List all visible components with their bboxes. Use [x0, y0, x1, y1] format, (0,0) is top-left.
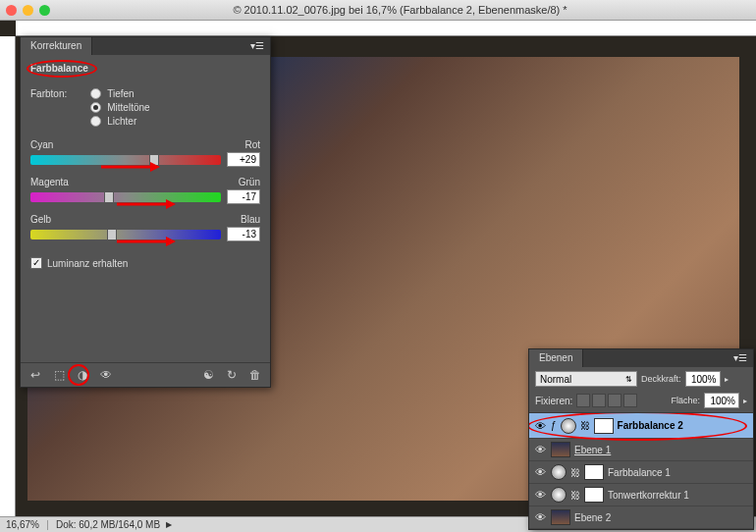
- panel-tabs: Korrekturen ▾☰: [21, 37, 270, 55]
- window-title: © 2010.11.02_0076.jpg bei 16,7% (Farbbal…: [50, 4, 750, 16]
- reset-icon[interactable]: ↻: [225, 368, 239, 382]
- layer-item[interactable]: 👁 ƒ ⛓ Farbbalance 2: [529, 413, 753, 439]
- expand-icon[interactable]: ⬚: [52, 368, 66, 382]
- chevron-updown-icon: ⇅: [625, 375, 632, 384]
- visibility-toggle-icon[interactable]: 👁: [533, 465, 547, 479]
- statusbar-menu-icon[interactable]: ▶: [166, 520, 172, 529]
- layer-mask-thumb[interactable]: [584, 464, 604, 480]
- link-chain-icon[interactable]: ⛓: [580, 420, 590, 431]
- blend-mode-select[interactable]: Normal⇅: [535, 371, 637, 387]
- slider-yb-track[interactable]: [30, 230, 221, 239]
- lock-transparency-icon[interactable]: [576, 394, 590, 407]
- lock-all-icon[interactable]: [623, 394, 637, 407]
- layer-thumb[interactable]: [551, 509, 570, 525]
- chevron-down-icon[interactable]: ▸: [725, 375, 729, 384]
- lock-pixels-icon[interactable]: [592, 394, 606, 407]
- adjustment-icon[interactable]: [551, 464, 567, 480]
- layer-item[interactable]: 👁 ⛓ Tonwertkorrektur 1: [529, 484, 753, 506]
- layer-item[interactable]: 👁 Ebene 2: [529, 506, 753, 529]
- slider-mg-track[interactable]: [30, 192, 221, 202]
- visibility-toggle-icon[interactable]: 👁: [533, 419, 547, 433]
- checkbox-icon[interactable]: [30, 257, 42, 269]
- chevron-down-icon[interactable]: ▸: [743, 397, 747, 405]
- doc-size: Dok: 60,2 MB/164,0 MB: [56, 519, 160, 530]
- adjustment-icon[interactable]: [561, 418, 576, 434]
- radio-lichter[interactable]: Lichter: [90, 116, 260, 127]
- trash-icon[interactable]: 🗑: [248, 368, 262, 382]
- zoom-icon[interactable]: [39, 5, 50, 16]
- panel-menu-icon[interactable]: ▾☰: [728, 349, 753, 367]
- visibility-toggle-icon[interactable]: 👁: [533, 488, 547, 502]
- eye-icon[interactable]: 👁: [99, 368, 113, 382]
- panel-menu-icon[interactable]: ▾☰: [244, 37, 270, 55]
- fill-input[interactable]: [704, 393, 739, 408]
- opacity-label: Deckkraft:: [641, 374, 681, 384]
- layer-item[interactable]: 👁 Ebene 1: [529, 439, 753, 461]
- slider-cr-track[interactable]: [30, 155, 221, 165]
- layer-item[interactable]: 👁 ⛓ Farbbalance 1: [529, 461, 753, 484]
- lock-label: Fixieren:: [535, 396, 572, 406]
- tone-label: Farbton:: [30, 88, 67, 128]
- slider-mg-thumb[interactable]: [104, 191, 114, 203]
- link-icon[interactable]: ƒ: [551, 420, 557, 431]
- link-chain-icon[interactable]: ⛓: [570, 490, 580, 501]
- tab-ebenen[interactable]: Ebenen: [529, 349, 583, 367]
- slider-mg-value[interactable]: [227, 189, 260, 204]
- visibility-toggle-icon[interactable]: 👁: [533, 510, 547, 524]
- ruler-vertical[interactable]: [0, 36, 16, 516]
- layer-mask-thumb[interactable]: [594, 418, 614, 434]
- radio-tiefen[interactable]: Tiefen: [90, 88, 260, 99]
- clip-to-layer-icon[interactable]: ◑: [76, 368, 89, 382]
- ruler-horizontal[interactable]: [16, 21, 756, 36]
- adjustments-footer: ↩ ⬚ ◑ 👁 ☯ ↻ 🗑: [21, 362, 270, 387]
- slider-yb-value[interactable]: [227, 227, 260, 241]
- layer-mask-thumb[interactable]: [584, 487, 604, 503]
- zoom-level[interactable]: 16,67%: [6, 519, 39, 530]
- adjustment-type-title: Farbbalance: [30, 63, 88, 74]
- layers-panel: Ebenen ▾☰ Normal⇅ Deckkraft: ▸ Fixieren:…: [528, 348, 754, 530]
- adjustment-icon[interactable]: [551, 487, 567, 503]
- slider-yellow-blue: Gelb Blau: [30, 214, 260, 241]
- minimize-icon[interactable]: [23, 5, 33, 16]
- layer-thumb[interactable]: [551, 442, 570, 457]
- layer-list: 👁 ƒ ⛓ Farbbalance 2 👁 Ebene 1 👁 ⛓ Farbba…: [529, 413, 753, 529]
- link-chain-icon[interactable]: ⛓: [570, 467, 580, 478]
- radio-mitteltoene[interactable]: Mitteltöne: [90, 102, 260, 113]
- slider-cr-thumb[interactable]: [149, 154, 159, 166]
- close-icon[interactable]: [6, 5, 17, 16]
- opacity-input[interactable]: [685, 371, 721, 387]
- preserve-luminosity-checkbox[interactable]: Luminanz erhalten: [30, 257, 260, 269]
- slider-magenta-green: Magenta Grün: [30, 177, 260, 204]
- visibility-toggle-icon[interactable]: 👁: [533, 443, 547, 456]
- lock-position-icon[interactable]: [608, 394, 621, 407]
- previous-state-icon[interactable]: ☯: [201, 368, 215, 382]
- adjustments-panel: Korrekturen ▾☰ Farbbalance Farbton: Tief…: [20, 36, 271, 388]
- tab-korrekturen[interactable]: Korrekturen: [21, 37, 92, 55]
- slider-yb-thumb[interactable]: [107, 229, 117, 240]
- slider-cr-value[interactable]: [227, 152, 260, 167]
- return-arrow-icon[interactable]: ↩: [28, 368, 42, 382]
- fill-label: Fläche:: [671, 396, 700, 405]
- titlebar: © 2010.11.02_0076.jpg bei 16,7% (Farbbal…: [0, 0, 756, 21]
- slider-cyan-red: Cyan Rot: [30, 139, 260, 167]
- window-controls: [6, 5, 50, 16]
